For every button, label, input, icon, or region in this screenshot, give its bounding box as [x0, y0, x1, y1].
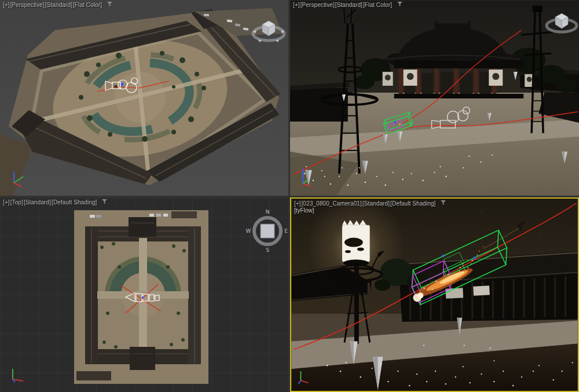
tyflow-overlay-label: [tyFlow] — [294, 207, 314, 214]
shading-menu[interactable]: [Flat Color] — [73, 1, 102, 9]
shading-menu[interactable]: [Default Shading] — [390, 200, 435, 207]
viewport-label: [+] [Perspective] [Standard] [Flat Color… — [293, 1, 403, 9]
scene-aerial-temple — [0, 0, 288, 196]
standard-menu[interactable]: [Standard] — [24, 199, 51, 206]
pov-menu[interactable]: [023_0800_Camera01] — [302, 200, 362, 207]
general-menu[interactable]: [+] — [293, 1, 300, 9]
compass-w[interactable]: W — [246, 228, 251, 234]
viewport-camera-active[interactable]: [+] [023_0800_Camera01] [Standard] [Defa… — [290, 197, 579, 392]
viewport-perspective-ground[interactable]: [+] [Perspective] [Standard] [Flat Color… — [290, 0, 579, 196]
viewport-filter-icon[interactable] — [107, 1, 112, 9]
shading-menu[interactable]: [Flat Color] — [363, 1, 392, 9]
compass-n[interactable]: N — [266, 209, 270, 215]
standard-menu[interactable]: [Standard] — [335, 1, 362, 9]
aerial-photo-plane — [74, 210, 208, 384]
scene-courtyard-night — [290, 0, 579, 196]
viewport-filter-icon[interactable] — [397, 1, 402, 9]
standard-menu[interactable]: [Standard] — [45, 1, 72, 9]
pov-menu[interactable]: [Top] — [10, 199, 23, 206]
viewport-label: [+] [023_0800_Camera01] [Standard] [Defa… — [294, 200, 446, 207]
viewport-top-ortho[interactable]: [+] [Top] [Standard] [Default Shading] — [0, 197, 288, 392]
general-menu[interactable]: [+] — [3, 199, 10, 206]
viewport-label: [+] [Top] [Standard] [Default Shading] — [3, 199, 108, 206]
general-menu[interactable]: [+] — [294, 200, 301, 207]
standard-menu[interactable]: [Standard] — [362, 200, 390, 207]
viewport-layout-quad: [+] [Perspective] [Standard] [Flat Color… — [0, 0, 579, 392]
compass-e[interactable]: E — [284, 228, 288, 234]
general-menu[interactable]: [+] — [3, 1, 10, 9]
viewport-filter-icon[interactable] — [102, 199, 107, 206]
scene-camera-night — [291, 199, 578, 391]
pov-menu[interactable]: [Perspective] — [301, 1, 335, 9]
viewport-filter-icon[interactable] — [441, 200, 446, 207]
scene-top-ortho: N W E S — [0, 197, 288, 392]
shading-menu[interactable]: [Default Shading] — [52, 199, 97, 206]
pov-menu[interactable]: [Perspective] — [10, 1, 45, 9]
viewport-perspective-aerial[interactable]: [+] [Perspective] [Standard] [Flat Color… — [0, 0, 288, 196]
compass-s[interactable]: S — [266, 247, 269, 253]
viewport-label: [+] [Perspective] [Standard] [Flat Color… — [3, 1, 113, 9]
